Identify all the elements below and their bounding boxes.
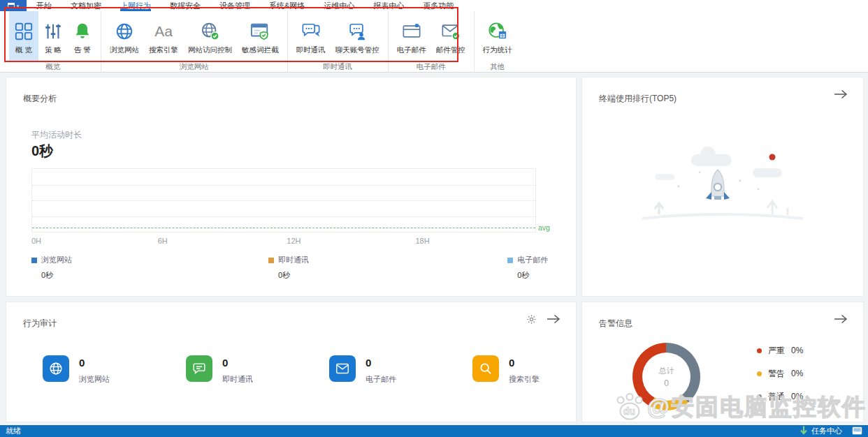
legend-swatch bbox=[268, 258, 274, 263]
legend-value: 0% bbox=[791, 369, 803, 378]
legend-swatch bbox=[507, 258, 513, 263]
x-axis-ticks: 0H 6H 12H 18H bbox=[31, 237, 536, 246]
font-icon: Aa bbox=[154, 20, 173, 43]
alerts-donut-chart: 总计 0 bbox=[632, 343, 700, 410]
ribbon-item-label: 电子邮件 bbox=[397, 45, 426, 55]
stat-value: 0 bbox=[366, 357, 396, 369]
mail-icon bbox=[402, 20, 421, 43]
ribbon-item-browse-websites[interactable]: 浏览网站 bbox=[105, 11, 144, 61]
tab-data-security[interactable]: 数据安全 bbox=[170, 0, 201, 11]
chat-icon bbox=[301, 20, 321, 43]
legend-label: 即时通讯 bbox=[278, 255, 309, 265]
legend-item: 即时通讯 0秒 bbox=[268, 255, 309, 281]
tab-ops-center[interactable]: 运维中心 bbox=[324, 0, 354, 11]
download-arrow-icon bbox=[800, 426, 807, 436]
donut-center: 总计 0 bbox=[642, 353, 690, 401]
ribbon-item-label: 网站访问控制 bbox=[188, 45, 232, 55]
ribbon-item-overview[interactable]: 概 览 bbox=[9, 11, 38, 61]
ribbon-group-overview: 概 览 策 略 bbox=[6, 11, 101, 73]
legend-label: 电子邮件 bbox=[517, 255, 548, 265]
x-tick: 18H bbox=[415, 237, 429, 245]
ribbon-item-alerts[interactable]: 告 警 bbox=[68, 11, 97, 61]
legend-item: 普通 0% bbox=[757, 392, 803, 401]
ribbon-item-sensitive-word-block[interactable]: 敏感词拦截 bbox=[237, 11, 284, 61]
stat-label: 浏览网站 bbox=[79, 374, 110, 385]
ribbon-item-label: 策 略 bbox=[45, 45, 62, 55]
tab-doc-encryption[interactable]: 文档加密 bbox=[71, 0, 101, 11]
empty-state-illustration bbox=[635, 146, 810, 239]
ribbon-item-search-engine[interactable]: Aa 搜索引擎 bbox=[144, 11, 183, 61]
legend-item: 警告 0% bbox=[757, 369, 803, 378]
ribbon-group-label: 概览 bbox=[6, 61, 101, 73]
ribbon-item-label: 即时通讯 bbox=[296, 45, 326, 55]
activity-line-chart: avg bbox=[31, 168, 536, 232]
mail-shield-icon bbox=[441, 20, 461, 43]
monitor-icon[interactable] bbox=[852, 427, 862, 436]
chevron-down-icon: ▾ bbox=[17, 3, 20, 8]
tab-report-center[interactable]: 报表中心 bbox=[373, 0, 404, 11]
gear-icon[interactable] bbox=[526, 314, 537, 325]
ribbon-group-label: 即时通讯 bbox=[288, 61, 388, 73]
tab-more-features[interactable]: 更多功能 bbox=[423, 0, 454, 11]
x-tick: 0H bbox=[31, 237, 41, 245]
chart-legend: 浏览网站 0秒 即时通讯 0秒 电子邮件 0秒 bbox=[6, 255, 576, 286]
app-window-icon bbox=[8, 3, 15, 8]
ribbon-item-chat-account-control[interactable]: 聊天账号管控 bbox=[331, 11, 384, 61]
browser-shield-icon bbox=[250, 20, 270, 43]
arrow-right-icon[interactable] bbox=[834, 313, 848, 325]
legend-label: 警告 bbox=[768, 368, 785, 380]
globe-icon bbox=[115, 20, 134, 43]
panel-title: 终端使用排行(TOP5) bbox=[599, 93, 677, 105]
status-ready-text: 就绪 bbox=[6, 426, 21, 436]
stat-value: 0 bbox=[222, 357, 253, 369]
mail-icon bbox=[329, 355, 356, 382]
ribbon-item-policy[interactable]: 策 略 bbox=[38, 11, 68, 61]
legend-value: 0秒 bbox=[517, 270, 548, 281]
ribbon-item-behavior-statistics[interactable]: 行为统计 bbox=[478, 11, 517, 61]
metric-label: 平均活动时长 bbox=[31, 129, 82, 141]
tab-internet-behavior[interactable]: 上网行为 bbox=[120, 0, 151, 11]
x-tick: 6H bbox=[158, 237, 168, 245]
audit-stat-email: 0 电子邮件 bbox=[329, 355, 472, 385]
ribbon-group-email: 电子邮件 邮件管控 电子邮件 bbox=[389, 11, 475, 73]
audit-stats: 0 浏览网站 0 即时通讯 bbox=[43, 355, 576, 385]
bell-icon bbox=[73, 20, 92, 43]
legend-item: 电子邮件 0秒 bbox=[507, 255, 548, 281]
arrow-right-icon[interactable] bbox=[547, 313, 560, 325]
task-center-button[interactable]: 任务中心 bbox=[811, 426, 842, 436]
menu-tab-row: ▾ 开始 文档加密 上网行为 数据安全 设备管理 系统&网络 运维中心 报表中心… bbox=[0, 0, 868, 11]
donut-center-label: 总计 bbox=[659, 366, 674, 376]
average-line bbox=[32, 228, 535, 228]
stat-value: 0 bbox=[79, 357, 110, 369]
ribbon-group-label: 浏览网站 bbox=[101, 61, 287, 73]
summary-analysis-panel: 概要分析 平均活动时长 0秒 avg 0H 6H 12H 18H bbox=[6, 77, 577, 297]
legend-item: 严重 0% bbox=[757, 346, 803, 355]
ribbon-item-label: 邮件管控 bbox=[436, 45, 465, 55]
arrow-right-icon[interactable] bbox=[834, 89, 848, 100]
status-bar: 就绪 任务中心 bbox=[0, 425, 868, 437]
ribbon-item-label: 浏览网站 bbox=[110, 45, 139, 55]
stat-value: 0 bbox=[509, 357, 540, 369]
chat-user-icon bbox=[347, 20, 367, 43]
ribbon-group-browsing: 浏览网站 Aa 搜索引擎 bbox=[101, 11, 288, 73]
app-window: ▾ 开始 文档加密 上网行为 数据安全 设备管理 系统&网络 运维中心 报表中心… bbox=[0, 0, 868, 437]
legend-label: 浏览网站 bbox=[41, 255, 72, 265]
legend-value: 0% bbox=[791, 346, 803, 355]
ribbon-group-other: 行为统计 其他 bbox=[475, 11, 521, 73]
ribbon-item-mail-control[interactable]: 邮件管控 bbox=[431, 11, 470, 61]
ribbon-item-website-access-control[interactable]: 网站访问控制 bbox=[183, 11, 237, 61]
tab-system-network[interactable]: 系统&网络 bbox=[269, 0, 305, 11]
audit-stat-im: 0 即时通讯 bbox=[186, 355, 329, 385]
app-menu-button[interactable]: ▾ bbox=[0, 0, 27, 11]
ribbon-item-email[interactable]: 电子邮件 bbox=[392, 11, 431, 61]
ribbon-item-label: 搜索引擎 bbox=[149, 45, 178, 55]
ribbon-item-instant-messaging[interactable]: 即时通讯 bbox=[291, 11, 331, 61]
gridline bbox=[32, 200, 535, 201]
panel-title: 行为审计 bbox=[23, 318, 57, 329]
legend-label: 严重 bbox=[768, 345, 785, 357]
metric-value: 0秒 bbox=[31, 142, 53, 161]
average-line-label: avg bbox=[538, 223, 550, 232]
grid-icon bbox=[14, 20, 34, 43]
tab-device-management[interactable]: 设备管理 bbox=[219, 0, 250, 11]
tab-home[interactable]: 开始 bbox=[36, 0, 52, 11]
